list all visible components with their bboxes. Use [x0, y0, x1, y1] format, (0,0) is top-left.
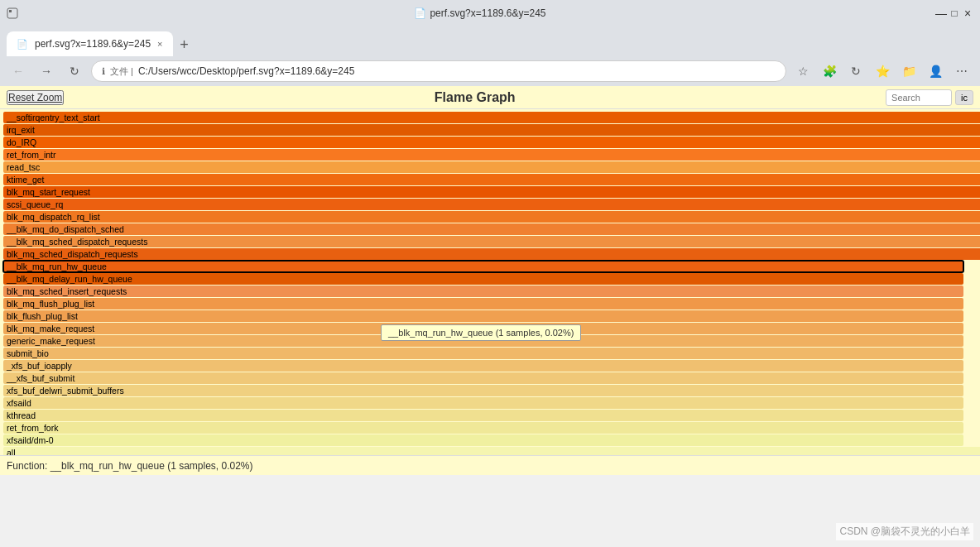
flame-bar[interactable]: blk_mq_make_request [3, 323, 963, 334]
flame-bar[interactable]: __blk_mq_delay_run_hw_queue [3, 273, 963, 285]
flame-bar[interactable]: ktime_get [3, 174, 980, 185]
minimize-button[interactable]: — [935, 7, 947, 19]
flame-bar-label: submit_bio [3, 348, 52, 358]
search-go-button[interactable]: ic [955, 90, 973, 105]
flame-bar-label: __blk_mq_run_hw_queue [3, 262, 110, 271]
extensions-icon[interactable]: 🧩 [818, 60, 841, 83]
flame-bar-label: ret_from_fork [3, 423, 61, 433]
search-input[interactable] [886, 89, 952, 106]
flame-graph-title: Flame Graph [435, 90, 516, 105]
flame-bar-label: read_tsc [3, 162, 43, 172]
flame-bars: __softirqentry_text_startirq_exitdo_IRQr… [0, 109, 980, 461]
flame-bar[interactable]: xfs_buf_delwri_submit_buffers [3, 385, 963, 396]
menu-icon[interactable]: ⋯ [950, 60, 973, 83]
window-menu-icon[interactable] [7, 7, 18, 19]
flame-bar-label: __xfs_buf_submit [3, 373, 78, 383]
close-button[interactable]: × [962, 7, 973, 19]
flame-bar[interactable]: ret_from_fork [3, 422, 963, 434]
flame-bar-label: ret_from_intr [3, 150, 60, 160]
svg-rect-1 [9, 10, 12, 12]
flame-bar-label: __blk_mq_delay_run_hw_queue [3, 274, 136, 284]
flame-bar[interactable]: _xfs_buf_ioapply [3, 360, 963, 372]
new-tab-button[interactable]: + [173, 33, 196, 56]
profile-icon[interactable]: 👤 [924, 60, 947, 83]
tab-bar: 📄 perf.svg?x=1189.6&y=245 × + [0, 26, 980, 56]
flame-bar[interactable]: __blk_mq_do_dispatch_sched [3, 223, 980, 235]
page-icon: 📄 [414, 7, 426, 19]
flame-bar-label: xfsaild/dm-0 [3, 435, 57, 445]
refresh-button[interactable]: ↻ [63, 60, 86, 83]
flame-bar-label: irq_exit [3, 125, 38, 135]
toolbar-icons: ☆ 🧩 ↻ ⭐ 📁 👤 ⋯ [791, 60, 973, 83]
flame-bar[interactable]: blk_flush_plug_list [3, 310, 963, 322]
forward-button[interactable]: → [35, 60, 58, 83]
flame-bar-label: scsi_queue_rq [3, 199, 66, 209]
flame-bar-label: blk_mq_start_request [3, 187, 94, 197]
flame-bar-label: blk_mq_sched_insert_requests [3, 286, 130, 296]
flame-bar[interactable]: ret_from_intr [3, 149, 980, 161]
flame-bar[interactable]: blk_mq_start_request [3, 186, 980, 198]
flame-header: Reset Zoom Flame Graph ic [0, 86, 980, 109]
flame-bar-label: _xfs_buf_ioapply [3, 361, 75, 371]
refresh-extensions-icon[interactable]: ↻ [844, 60, 867, 83]
flame-bar-label: do_IRQ [3, 137, 40, 147]
flame-bar-label: __softirqentry_text_start [3, 113, 103, 122]
flame-bar[interactable]: blk_mq_sched_insert_requests [3, 285, 963, 297]
flame-bar[interactable]: read_tsc [3, 161, 980, 173]
flame-bar-label: blk_mq_flush_plug_list [3, 299, 98, 309]
status-bar: Function: __blk_mq_run_hw_queue (1 sampl… [0, 455, 980, 475]
title-bar: 📄 perf.svg?x=1189.6&y=245 — □ × [0, 0, 980, 26]
file-label: 文件 | [110, 65, 133, 78]
window-controls [7, 7, 18, 19]
flame-bar-label: xfs_buf_delwri_submit_buffers [3, 386, 127, 396]
search-box: ic [886, 89, 973, 106]
bookmark-icon[interactable]: ⭐ [871, 60, 894, 83]
flame-bar-label: kthread [3, 410, 39, 420]
tab-title: perf.svg?x=1189.6&y=245 [35, 38, 151, 50]
flame-bar[interactable]: __blk_mq_run_hw_queue [3, 261, 963, 272]
page-content: Reset Zoom Flame Graph ic __softirqentry… [0, 86, 980, 475]
star-icon[interactable]: ☆ [791, 60, 814, 83]
tab-favicon: 📄 [17, 39, 28, 50]
flame-bar[interactable]: kthread [3, 410, 963, 421]
tab-close-icon[interactable]: × [157, 39, 162, 49]
flame-bar-label: xfsaild [3, 398, 35, 408]
flame-bar[interactable]: __blk_mq_sched_dispatch_requests [3, 236, 980, 247]
tab-title-titlebar: perf.svg?x=1189.6&y=245 [430, 7, 545, 19]
address-input[interactable]: ℹ 文件 | C:/Users/wcc/Desktop/perf.svg?x=1… [91, 60, 786, 82]
maximize-button[interactable]: □ [949, 7, 960, 19]
flame-bar-label: blk_mq_sched_dispatch_requests [3, 249, 142, 259]
flame-bar-label: __blk_mq_sched_dispatch_requests [3, 237, 151, 247]
flame-bar[interactable]: __softirqentry_text_start [3, 112, 980, 123]
flame-bar[interactable]: irq_exit [3, 124, 980, 136]
address-bar: ← → ↻ ℹ 文件 | C:/Users/wcc/Desktop/perf.s… [0, 56, 980, 86]
flame-bar-label: __blk_mq_do_dispatch_sched [3, 224, 127, 234]
svg-rect-0 [7, 8, 17, 18]
flame-bar[interactable]: blk_mq_sched_dispatch_requests [3, 248, 980, 260]
flame-bar[interactable]: submit_bio [3, 348, 963, 359]
flame-bar[interactable]: xfsaild/dm-0 [3, 434, 963, 446]
flame-bar-label: ktime_get [3, 175, 48, 185]
address-text: C:/Users/wcc/Desktop/perf.svg?x=1189.6&y… [138, 65, 776, 77]
collections-icon[interactable]: 📁 [897, 60, 920, 83]
flame-bar[interactable]: xfsaild [3, 397, 963, 409]
flame-bar-label: blk_flush_plug_list [3, 311, 81, 321]
browser-chrome: 📄 perf.svg?x=1189.6&y=245 — □ × 📄 perf.s… [0, 0, 980, 86]
status-text: Function: __blk_mq_run_hw_queue (1 sampl… [7, 460, 253, 472]
flame-bar[interactable]: blk_mq_dispatch_rq_list [3, 211, 980, 223]
active-tab[interactable]: 📄 perf.svg?x=1189.6&y=245 × [7, 31, 173, 56]
flame-bar-label: generic_make_request [3, 336, 98, 346]
flame-bar-label: blk_mq_make_request [3, 324, 98, 333]
flame-bar[interactable]: __xfs_buf_submit [3, 372, 963, 384]
reset-zoom-button[interactable]: Reset Zoom [7, 90, 64, 105]
flame-bar[interactable]: generic_make_request [3, 335, 963, 347]
lock-icon: ℹ [102, 66, 105, 77]
flame-bar[interactable]: do_IRQ [3, 137, 980, 148]
flame-bar[interactable]: scsi_queue_rq [3, 199, 980, 210]
watermark: CSDN @脑袋不灵光的小白羊 [836, 523, 973, 540]
flame-bar-label: blk_mq_dispatch_rq_list [3, 212, 103, 222]
back-button[interactable]: ← [7, 60, 30, 83]
flame-bar[interactable]: blk_mq_flush_plug_list [3, 298, 963, 309]
